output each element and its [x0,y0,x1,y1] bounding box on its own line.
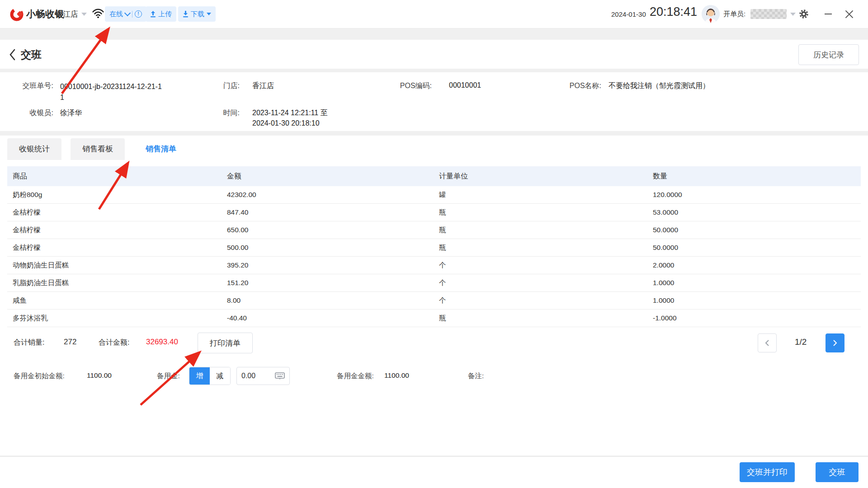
store-selector[interactable]: 香江店 [55,9,78,19]
table-row: 乳脂奶油生日蛋糕151.20个1.0000 [7,274,861,292]
action-bar: 交班并打印 交班 [0,456,868,488]
chevron-down-icon [207,13,211,15]
tab-sales-board[interactable]: 销售看板 [71,138,125,160]
print-list-button[interactable]: 打印清单 [198,333,253,353]
chevron-down-icon [124,10,131,16]
upload-label: 上传 [158,10,172,19]
reserve-decrease-button[interactable]: 减 [210,367,230,385]
upload-button[interactable]: 上传 [146,6,176,22]
minimize-button[interactable] [819,0,837,28]
handover-and-print-button[interactable]: 交班并打印 [740,462,795,482]
reserve-label: 备用金: [157,371,180,381]
online-status[interactable]: 在线 ! [105,6,146,22]
back-chevron-icon [9,49,16,61]
current-date: 2024-01-30 [611,10,646,18]
reserve-amount-field[interactable] [236,367,290,385]
page-title: 交班 [21,48,42,62]
store-label: 门店: [199,81,240,91]
table-header: 商品 金额 计量单位 数量 [7,166,861,186]
top-bar: 小畅收银 香江店 在线 ! 上传 下载 202 [0,0,868,28]
chevron-right-icon [832,339,838,347]
app-logo-icon [9,7,24,22]
note-label: 备注: [468,371,484,381]
close-icon [845,10,853,18]
pos-code-value: 00010001 [449,81,481,89]
current-time: 20:18:41 [650,5,697,19]
total-amount-value: 32693.40 [146,338,178,347]
reserve-init-value: 1100.00 [87,371,112,380]
download-label: 下载 [191,10,204,19]
total-qty-label: 合计销量: [14,338,44,347]
online-status-label: 在线 [109,10,123,19]
info-circle-icon[interactable]: ! [135,10,142,18]
back-button[interactable] [9,49,16,62]
table-row: 咸鱼8.00个1.0000 [7,292,861,310]
table-row: 奶粉800g42302.00罐120.0000 [7,186,861,204]
total-amount-label: 合计金额: [99,338,129,347]
download-button[interactable]: 下载 [178,6,216,22]
reserve-amount-label: 备用金金额: [337,371,374,381]
page-indicator: 1/2 [795,337,807,347]
reserve-init-label: 备用金初始金额: [14,371,65,381]
avatar[interactable] [702,5,720,23]
divider [132,11,132,18]
handover-button[interactable]: 交班 [816,462,859,482]
pos-name-label: POS名称: [547,81,601,91]
chevron-left-icon [764,339,770,347]
total-qty-value: 272 [64,338,76,347]
table-row: 金桔柠檬500.00瓶50.0000 [7,239,861,257]
pos-name-value: 不要给我注销（邹光霞测试用） [609,81,710,91]
download-icon [183,11,189,18]
reserve-amount-value: 1100.00 [384,371,409,380]
table-row: 金桔柠檬847.40瓶53.0000 [7,204,861,221]
wifi-icon [92,9,104,19]
reserve-amount-input[interactable] [241,372,269,380]
pos-code-label: POS编码: [382,81,432,91]
time-value-line1: 2023-11-24 12:21:11 至 [252,108,328,118]
tab-sales-list[interactable]: 销售清单 [134,138,188,160]
table-row: 多芬沐浴乳-40.40瓶-1.0000 [7,310,861,327]
time-label: 时间: [199,108,240,118]
shift-no-label: 交班单号: [8,81,53,91]
chevron-down-icon[interactable] [81,13,87,16]
operator-label: 开单员: [723,10,745,19]
shift-info-panel: 交班单号: 00010001-jb-20231124-12-21-11 门店: … [0,72,868,131]
next-page-button[interactable] [826,333,844,352]
store-value: 香江店 [252,81,274,91]
app-window: 小畅收银 香江店 在线 ! 上传 下载 202 [0,0,868,488]
page-header: 交班 历史记录 [0,40,868,69]
cashier-label: 收银员: [8,108,53,118]
keyboard-icon[interactable] [275,372,285,380]
history-button[interactable]: 历史记录 [798,44,859,65]
table-row: 金桔柠檬650.00瓶50.0000 [7,221,861,239]
settings-button[interactable] [795,0,813,28]
tab-cashier-stats[interactable]: 收银统计 [7,138,61,160]
col-product: 商品 [13,172,227,181]
gear-icon [799,9,809,19]
minimize-icon [825,14,832,14]
table-row: 动物奶油生日蛋糕395.20个2.0000 [7,257,861,274]
time-value-line2: 2024-01-30 20:18:10 [252,119,320,127]
sales-panel: 收银统计 销售看板 销售清单 商品 金额 计量单位 数量 奶粉800g42302… [0,136,868,455]
operator-name-blurred [750,9,787,19]
shift-no-value: 00010001-jb-20231124-12-21-11 [60,81,165,103]
col-qty: 数量 [653,172,861,181]
prev-page-button[interactable] [758,333,777,352]
col-amount: 金额 [227,172,439,181]
cashier-value: 徐泽华 [60,108,82,118]
reserve-increase-button[interactable]: 增 [189,367,210,385]
upload-icon [150,11,156,18]
tab-bar: 收银统计 销售看板 销售清单 [7,138,188,160]
close-button[interactable] [840,0,858,28]
reserve-toggle: 增 减 [189,367,231,385]
col-unit: 计量单位 [439,172,653,181]
